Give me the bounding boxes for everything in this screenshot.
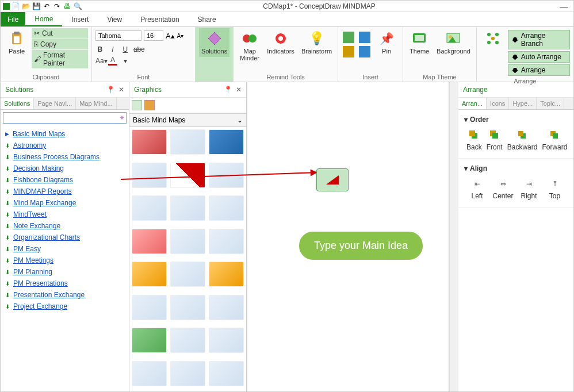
font-color-button[interactable]: A	[108, 56, 117, 66]
list-item[interactable]: ⬇Decision Making	[5, 163, 124, 174]
list-head-basic[interactable]: ▶Basic Mind Maps	[5, 128, 124, 140]
canvas[interactable]: Type your Main Idea	[247, 82, 449, 392]
insert-boundary-icon[interactable]	[359, 46, 370, 57]
list-item[interactable]: ⬇Project Exchange	[5, 301, 124, 312]
undo-icon[interactable]: ↶	[42, 2, 51, 11]
solutions-button[interactable]: Solutions	[199, 28, 229, 57]
redo-icon[interactable]: ↷	[52, 2, 62, 11]
save-icon[interactable]: 💾	[32, 2, 41, 11]
search-input[interactable]	[3, 113, 118, 123]
bold-button[interactable]: B	[95, 45, 105, 53]
arrange-button[interactable]: ⯂Arrange	[508, 64, 570, 76]
align-left-button[interactable]: ⇤Left	[466, 178, 488, 200]
grow-font-icon[interactable]: A▴	[166, 32, 175, 40]
align-top-button[interactable]: ⤒Top	[544, 178, 565, 200]
order-forward-button[interactable]: Forward	[542, 129, 567, 151]
brainstorm-button[interactable]: 💡Brainstorm	[299, 28, 334, 57]
wand-icon[interactable]: ✦	[118, 113, 126, 123]
clipart-item[interactable]	[170, 129, 205, 155]
clipart-item[interactable]	[209, 328, 244, 353]
list-item[interactable]: ⬇PM Meetings	[5, 255, 124, 266]
insert-subtopic-icon[interactable]	[343, 46, 354, 57]
subtab-arrange[interactable]: Arran...	[458, 98, 487, 109]
clipart-item[interactable]	[170, 195, 205, 221]
subtab-page-navi[interactable]: Page Navi...	[34, 98, 76, 109]
indicators-button[interactable]: Indicators	[265, 28, 297, 57]
minimize-button[interactable]: —	[554, 2, 573, 11]
clipart-item[interactable]	[209, 195, 244, 221]
tab-view[interactable]: View	[98, 12, 131, 26]
insert-topic-icon[interactable]	[343, 32, 354, 43]
clipart-item[interactable]	[132, 262, 167, 287]
case-button[interactable]: Aa▾	[95, 57, 105, 65]
arrange-big-button[interactable]	[480, 28, 506, 49]
tab-presentation[interactable]: Presentation	[131, 12, 188, 26]
order-backward-button[interactable]: Backward	[507, 129, 538, 151]
pin-icon[interactable]: 📍	[224, 86, 232, 94]
italic-button[interactable]: I	[108, 45, 117, 53]
underline-button[interactable]: U	[121, 45, 130, 53]
close-icon[interactable]: ✕	[236, 86, 242, 94]
clipart-item[interactable]	[132, 195, 167, 221]
theme-button[interactable]: Theme	[407, 28, 432, 57]
clipart-item[interactable]	[209, 229, 244, 254]
subtab-topic[interactable]: Topic...	[537, 98, 564, 109]
clipart-item[interactable]	[209, 361, 244, 386]
font-size-select[interactable]: 16	[144, 30, 163, 41]
list-item[interactable]: ⬇Note Exchange	[5, 220, 124, 232]
clipart-item[interactable]	[170, 295, 205, 320]
list-item[interactable]: ⬇PM Presentations	[5, 278, 124, 289]
arrange-branch-button[interactable]: ⯂Arrange Branch	[508, 30, 570, 49]
preview-icon[interactable]: 🔍	[73, 2, 82, 11]
new-icon[interactable]: 📄	[11, 2, 20, 11]
tab-home[interactable]: Home	[25, 12, 62, 26]
tab-insert[interactable]: Insert	[62, 12, 98, 26]
align-right-button[interactable]: ⇥Right	[518, 178, 539, 200]
clipart-item[interactable]	[209, 262, 244, 287]
collapse-icon[interactable]: ▾	[464, 116, 468, 124]
subtab-solutions[interactable]: Solutions	[1, 98, 34, 109]
list-item[interactable]: ⬇PM Easy	[5, 243, 124, 255]
order-back-button[interactable]: Back	[466, 129, 482, 151]
vertical-scrollbar[interactable]	[449, 82, 458, 392]
copy-button[interactable]: ⎘Copy	[32, 39, 88, 49]
tab-share[interactable]: Share	[189, 12, 225, 26]
subtab-map-mind[interactable]: Map Mind...	[76, 98, 116, 109]
pin-icon[interactable]: 📍	[106, 86, 115, 94]
clipart-item[interactable]	[132, 361, 167, 386]
list-item[interactable]: ⬇Fishbone Diagrams	[5, 174, 124, 186]
solutions-search[interactable]: ✦	[3, 112, 127, 124]
list-item[interactable]: ⬇Mind Map Exchange	[5, 197, 124, 209]
print-icon[interactable]: 🖶	[63, 2, 72, 11]
clipart-item[interactable]	[132, 163, 167, 188]
clipart-item[interactable]	[209, 129, 244, 155]
insert-callout-icon[interactable]	[359, 32, 370, 43]
paste-button[interactable]: Paste	[4, 28, 29, 57]
order-front-button[interactable]: Front	[487, 129, 503, 151]
clipart-item[interactable]	[209, 295, 244, 320]
list-item[interactable]: ⬇Business Process Diagrams	[5, 151, 124, 163]
clipart-item[interactable]	[132, 328, 167, 353]
collapse-icon[interactable]: ▾	[464, 164, 468, 172]
align-center-button[interactable]: ⇔Center	[492, 178, 514, 200]
list-item[interactable]: ⬇Presentation Exchange	[5, 289, 124, 301]
clipart-item[interactable]	[170, 229, 205, 254]
font-color-dropdown[interactable]: ▾	[121, 57, 130, 65]
map-minder-button[interactable]: Map Minder	[237, 28, 262, 64]
subtab-hyperlinks[interactable]: Hype...	[509, 98, 537, 109]
clipart-item[interactable]	[132, 229, 167, 254]
dropped-clipart[interactable]	[316, 168, 349, 191]
shrink-font-icon[interactable]: A▾	[177, 33, 184, 39]
clipart-item[interactable]	[132, 295, 167, 320]
cut-button[interactable]: ✂Cut	[32, 28, 88, 39]
clipart-item[interactable]	[132, 129, 167, 155]
clipart-item[interactable]	[170, 328, 205, 353]
list-item[interactable]: ⬇MindTweet	[5, 209, 124, 220]
graphics-category[interactable]: Basic Mind Maps⌄	[129, 113, 246, 127]
clipart-item[interactable]	[170, 262, 205, 287]
list-item[interactable]: ⬇PM Planning	[5, 266, 124, 278]
strike-button[interactable]: abc	[133, 45, 143, 53]
clipart-item[interactable]	[170, 163, 205, 188]
view-list-icon[interactable]	[144, 100, 155, 110]
subtab-icons[interactable]: Icons	[487, 98, 509, 109]
